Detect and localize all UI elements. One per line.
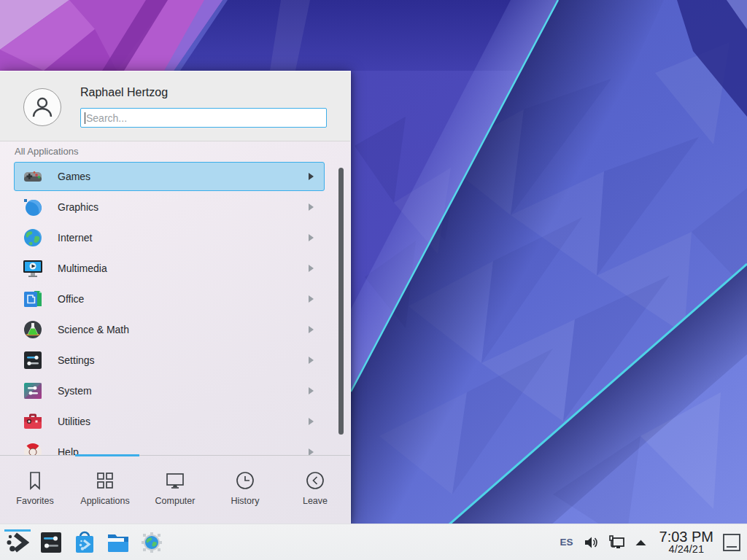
science-flask-icon — [23, 319, 43, 340]
system-sliders-icon — [23, 381, 43, 401]
konqueror-button[interactable] — [139, 527, 165, 558]
submenu-arrow-icon — [309, 357, 314, 364]
keyboard-layout-indicator[interactable]: ES — [560, 537, 573, 548]
application-launcher-popup: Raphael Hertzog Search... All Applicatio… — [0, 71, 351, 524]
show-desktop-icon — [722, 533, 741, 552]
submenu-arrow-icon — [309, 173, 314, 180]
discover-button[interactable] — [71, 527, 98, 558]
bookmark-icon — [24, 470, 46, 491]
kde-launcher-icon — [6, 532, 29, 553]
desktop: Raphael Hertzog Search... All Applicatio… — [0, 0, 747, 560]
office-documents-icon — [23, 289, 43, 309]
tab-applications[interactable]: Applications — [70, 456, 140, 524]
category-label: Utilities — [58, 416, 90, 427]
taskbar-panel: ES — [0, 524, 747, 560]
category-label: Graphics — [58, 201, 98, 213]
scrollbar-thumb[interactable] — [338, 168, 344, 435]
application-launcher-button[interactable] — [4, 527, 31, 558]
clock-time: 7:03 PM — [659, 529, 713, 544]
network-icon[interactable] — [608, 535, 625, 550]
dolphin-button[interactable] — [105, 527, 131, 558]
category-office[interactable]: Office — [14, 284, 325, 314]
tab-label: Applications — [80, 496, 129, 506]
active-task-indicator — [4, 529, 31, 532]
tab-favorites[interactable]: Favorites — [0, 456, 70, 524]
tab-label: Leave — [303, 496, 328, 506]
clock-icon — [234, 470, 256, 491]
category-label: Office — [58, 293, 84, 305]
category-label: Games — [58, 171, 90, 182]
multimedia-monitor-icon — [23, 258, 43, 279]
category-settings[interactable]: Settings — [14, 346, 325, 375]
tab-history[interactable]: History — [210, 456, 280, 524]
search-placeholder: Search... — [86, 112, 127, 124]
category-label: Science & Math — [58, 324, 129, 335]
utilities-toolbox-icon — [23, 411, 43, 432]
system-tray: ES — [560, 529, 742, 555]
launcher-header: Raphael Hertzog Search... — [0, 71, 350, 141]
tab-label: Computer — [155, 496, 196, 506]
expand-tray-arrow-icon[interactable] — [635, 539, 647, 546]
launcher-tab-bar: Favorites Applications Computer — [0, 455, 350, 524]
category-multimedia[interactable]: Multimedia — [14, 254, 325, 283]
help-lifebuoy-icon — [23, 442, 43, 456]
system-settings-icon — [40, 531, 62, 554]
category-label: Multimedia — [58, 262, 107, 274]
submenu-arrow-icon — [309, 295, 314, 303]
tab-leave[interactable]: Leave — [280, 456, 350, 524]
category-label: System — [58, 385, 92, 397]
clock-date: 4/24/21 — [659, 544, 713, 555]
category-label: Settings — [58, 354, 95, 366]
submenu-arrow-icon — [309, 326, 314, 333]
tab-label: Favorites — [16, 496, 53, 506]
dolphin-folder-icon — [107, 532, 130, 553]
discover-icon — [74, 531, 96, 554]
show-desktop-button[interactable] — [722, 532, 741, 553]
category-graphics[interactable]: Graphics — [14, 192, 325, 222]
settings-sliders-icon — [23, 350, 43, 370]
submenu-arrow-icon — [309, 418, 314, 425]
category-internet[interactable]: Internet — [14, 223, 325, 252]
user-icon — [30, 95, 55, 120]
tab-label: History — [231, 496, 260, 506]
globe-icon — [23, 228, 43, 248]
section-label: All Applications — [15, 146, 78, 157]
system-settings-button[interactable] — [38, 527, 64, 558]
submenu-arrow-icon — [309, 265, 314, 272]
monitor-icon — [164, 470, 186, 491]
user-name: Raphael Hertzog — [80, 86, 168, 99]
leave-icon — [304, 470, 326, 491]
user-avatar[interactable] — [23, 88, 61, 126]
category-utilities[interactable]: Utilities — [14, 407, 325, 436]
konqueror-globe-gear-icon — [141, 532, 163, 553]
search-input[interactable]: Search... — [80, 108, 327, 128]
category-system[interactable]: System — [14, 376, 325, 405]
submenu-arrow-icon — [309, 387, 314, 394]
category-list: Games Graphics — [0, 162, 350, 456]
digital-clock[interactable]: 7:03 PM 4/24/21 — [659, 529, 713, 555]
tab-computer[interactable]: Computer — [140, 456, 210, 524]
category-games[interactable]: Games — [14, 162, 325, 191]
gamepad-icon — [23, 166, 43, 187]
category-label: Internet — [58, 232, 92, 244]
graphics-ball-icon — [23, 197, 43, 217]
active-tab-indicator — [75, 454, 139, 456]
volume-icon[interactable] — [584, 536, 598, 549]
submenu-arrow-icon — [309, 203, 314, 211]
grid-icon — [94, 470, 116, 491]
submenu-arrow-icon — [309, 234, 314, 241]
category-science-math[interactable]: Science & Math — [14, 315, 325, 344]
text-caret — [85, 112, 85, 124]
category-help[interactable]: Help — [14, 438, 325, 456]
